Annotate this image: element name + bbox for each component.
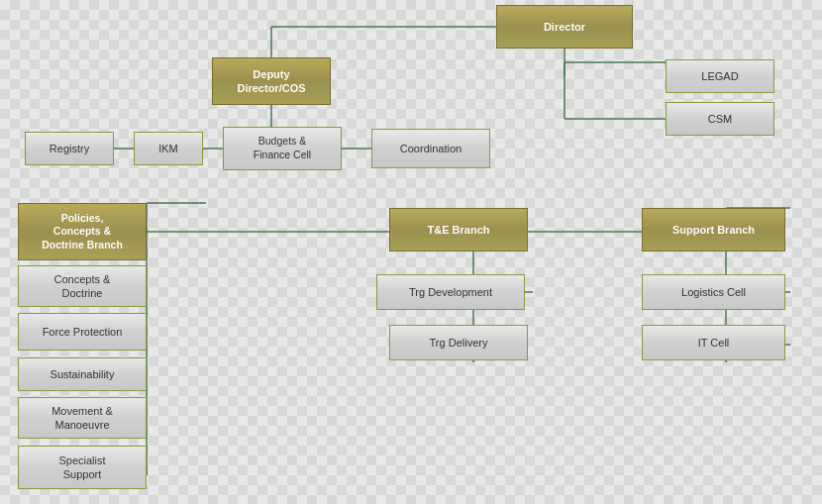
deputy-box: DeputyDirector/COS: [212, 57, 331, 105]
itcell-box: IT Cell: [642, 325, 785, 360]
org-chart: Director LEGAD CSM DeputyDirector/COS Re…: [0, 0, 822, 504]
movement-box: Movement &Manoeuvre: [18, 397, 147, 439]
logistics-box: Logistics Cell: [642, 274, 785, 310]
trgdel-box: Trg Delivery: [389, 325, 528, 360]
legad-box: LEGAD: [666, 59, 774, 93]
ikm-box: IKM: [134, 132, 203, 165]
tne-box: T&E Branch: [389, 208, 528, 252]
sustainability-box: Sustainability: [18, 357, 147, 391]
concepts-box: Concepts &Doctrine: [18, 265, 147, 307]
director-box: Director: [496, 5, 633, 49]
force-box: Force Protection: [18, 313, 147, 351]
csm-box: CSM: [666, 102, 774, 136]
policies-box: Policies,Concepts &Doctrine Branch: [18, 203, 147, 260]
coordination-box: Coordination: [371, 129, 490, 168]
support-box: Support Branch: [642, 208, 785, 252]
registry-box: Registry: [25, 132, 114, 165]
specialist-box: SpecialistSupport: [18, 446, 147, 489]
budgets-box: Budgets &Finance Cell: [223, 127, 342, 170]
trgdev-box: Trg Development: [376, 274, 525, 310]
